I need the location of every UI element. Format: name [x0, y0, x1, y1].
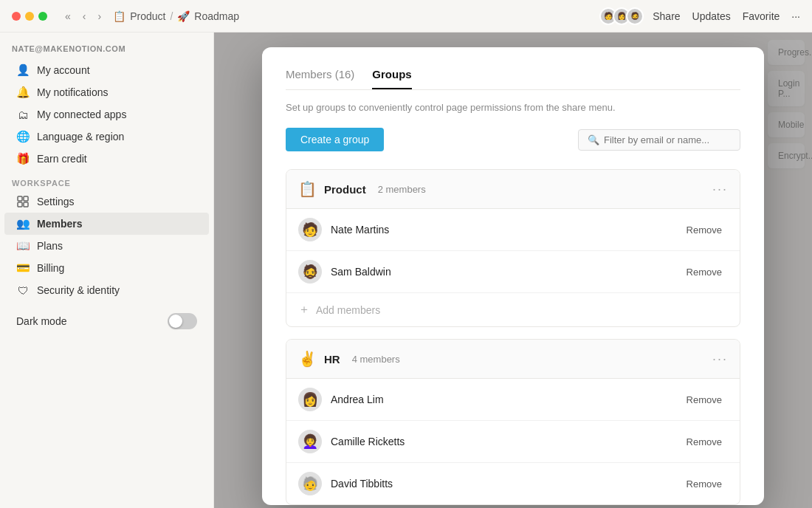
svg-rect-1: [24, 196, 28, 201]
remove-andrea-lim-button[interactable]: Remove: [681, 391, 728, 408]
group-product-menu[interactable]: ···: [712, 182, 728, 197]
my-account-label: My account: [37, 64, 90, 76]
group-product-header: 📋 Product 2 members ···: [286, 170, 740, 209]
nav-arrows: « ‹ ›: [62, 9, 104, 24]
member-name-david-tibbitts: David Tibbitts: [331, 478, 393, 490]
group-product: 📋 Product 2 members ··· 🧑 Nate Martins: [286, 169, 740, 327]
security-identity-icon: 🛡: [16, 284, 30, 297]
toggle-knob: [169, 315, 182, 328]
title-bar: « ‹ › 📋 Product / 🚀 Roadmap 🧑 👩 🧔 Share …: [0, 0, 812, 32]
avatar-camille-ricketts: 👩‍🦱: [298, 430, 322, 453]
nav-collapse-button[interactable]: «: [62, 9, 74, 24]
my-notifications-icon: 🔔: [16, 86, 30, 99]
breadcrumb-icon: 📋: [113, 10, 125, 22]
sidebar-item-earn-credit[interactable]: 🎁 Earn credit: [4, 148, 209, 170]
language-region-icon: 🌐: [16, 130, 30, 143]
breadcrumb-product[interactable]: Product: [130, 10, 165, 22]
remove-david-tibbitts-button[interactable]: Remove: [681, 476, 728, 492]
fullscreen-button[interactable]: [38, 12, 47, 21]
sidebar-item-security-identity[interactable]: 🛡 Security & identity: [4, 279, 209, 301]
group-hr-header: ✌️ HR 4 members ···: [286, 340, 740, 379]
nav-back-button[interactable]: ‹: [80, 9, 89, 24]
title-actions: Share Updates Favorite ···: [653, 10, 800, 22]
sidebar-item-my-notifications[interactable]: 🔔 My notifications: [4, 81, 209, 103]
my-connected-apps-label: My connected apps: [37, 109, 126, 120]
remove-camille-ricketts-button[interactable]: Remove: [681, 433, 728, 450]
member-left-sam: 🧔 Sam Baldwin: [298, 260, 391, 284]
settings-label: Settings: [37, 196, 75, 207]
group-hr-menu[interactable]: ···: [712, 351, 728, 367]
remove-sam-baldwin-button[interactable]: Remove: [681, 264, 728, 281]
dark-mode-toggle[interactable]: [168, 313, 197, 329]
svg-rect-0: [18, 196, 22, 201]
sidebar: NATE@MAKENOTION.COM 👤 My account 🔔 My no…: [0, 32, 214, 508]
app-background: « ‹ › 📋 Product / 🚀 Roadmap 🧑 👩 🧔 Share …: [0, 0, 812, 508]
member-left-andrea: 👩 Andrea Lim: [298, 388, 384, 411]
modal-overlay: Members (16) Groups Set up groups to con…: [214, 32, 812, 508]
breadcrumb-roadmap[interactable]: Roadmap: [194, 10, 239, 22]
avatar-3: 🧔: [626, 7, 644, 25]
create-group-button[interactable]: Create a group: [286, 128, 384, 151]
avatar-nate-martins: 🧑: [298, 218, 322, 241]
close-button[interactable]: [12, 12, 21, 21]
sidebar-item-members[interactable]: 👥 Members: [4, 213, 209, 235]
nav-forward-button[interactable]: ›: [94, 9, 104, 24]
language-region-label: Language & region: [37, 131, 124, 143]
search-icon: 🔍: [588, 134, 599, 145]
more-options-icon[interactable]: ···: [791, 10, 800, 22]
member-sam-baldwin: 🧔 Sam Baldwin Remove: [286, 251, 740, 293]
modal-tabs: Members (16) Groups: [286, 68, 740, 90]
group-product-name: Product: [324, 183, 366, 196]
remove-nate-martins-button[interactable]: Remove: [681, 222, 728, 238]
member-camille-ricketts: 👩‍🦱 Camille Ricketts Remove: [286, 421, 740, 463]
modal-inner: Members (16) Groups Set up groups to con…: [262, 47, 764, 505]
members-icon: 👥: [16, 217, 30, 230]
sidebar-item-billing[interactable]: 💳 Billing: [4, 257, 209, 279]
minimize-button[interactable]: [25, 12, 34, 21]
modal-toolbar: Create a group 🔍: [286, 128, 740, 151]
avatar-andrea-lim: 👩: [298, 388, 322, 411]
group-hr: ✌️ HR 4 members ··· 👩 Andrea Lim Re: [286, 339, 740, 505]
share-button[interactable]: Share: [653, 10, 680, 22]
add-members-plus-icon: ＋: [298, 302, 310, 318]
member-left-david: 🧓 David Tibbitts: [298, 472, 393, 495]
dark-mode-row: Dark mode: [0, 307, 213, 335]
add-members-product[interactable]: ＋ Add members: [286, 293, 740, 326]
group-hr-emoji: ✌️: [298, 350, 317, 368]
breadcrumb-icon2: 🚀: [177, 10, 190, 22]
search-box: 🔍: [578, 129, 740, 151]
favorite-button[interactable]: Favorite: [743, 10, 780, 22]
billing-label: Billing: [37, 262, 64, 274]
breadcrumb-separator: /: [170, 10, 173, 22]
plans-label: Plans: [37, 240, 63, 252]
my-account-icon: 👤: [16, 64, 30, 77]
collaborator-avatars: 🧑 👩 🧔: [599, 7, 644, 25]
svg-rect-3: [24, 202, 28, 207]
main-content-bg: Progres... Login P... Mobile Encrypt... …: [214, 32, 812, 508]
sidebar-item-my-connected-apps[interactable]: 🗂 My connected apps: [4, 103, 209, 126]
group-hr-title-row: ✌️ HR 4 members: [298, 350, 400, 368]
member-name-andrea-lim: Andrea Lim: [331, 394, 384, 405]
sidebar-item-language-region[interactable]: 🌐 Language & region: [4, 126, 209, 148]
traffic-lights: [12, 12, 47, 21]
tab-members[interactable]: Members (16): [286, 68, 354, 89]
billing-icon: 💳: [16, 261, 30, 275]
add-members-label: Add members: [316, 304, 380, 316]
member-name-camille-ricketts: Camille Ricketts: [331, 436, 405, 447]
sidebar-item-my-account[interactable]: 👤 My account: [4, 59, 209, 81]
member-left-camille: 👩‍🦱 Camille Ricketts: [298, 430, 405, 453]
breadcrumb: 📋 Product / 🚀 Roadmap: [113, 10, 591, 22]
member-andrea-lim: 👩 Andrea Lim Remove: [286, 379, 740, 421]
search-input[interactable]: [604, 134, 731, 145]
earn-credit-label: Earn credit: [37, 153, 87, 165]
earn-credit-icon: 🎁: [16, 152, 30, 165]
workspace-section-label: WORKSPACE: [0, 170, 213, 190]
avatar-david-tibbitts: 🧓: [298, 472, 322, 495]
tab-groups[interactable]: Groups: [372, 68, 411, 89]
settings-icon: [16, 195, 30, 208]
sidebar-item-settings[interactable]: Settings: [4, 190, 209, 213]
member-nate-martins: 🧑 Nate Martins Remove: [286, 209, 740, 251]
member-left-nate: 🧑 Nate Martins: [298, 218, 389, 241]
updates-button[interactable]: Updates: [692, 10, 731, 22]
sidebar-item-plans[interactable]: 📖 Plans: [4, 235, 209, 257]
